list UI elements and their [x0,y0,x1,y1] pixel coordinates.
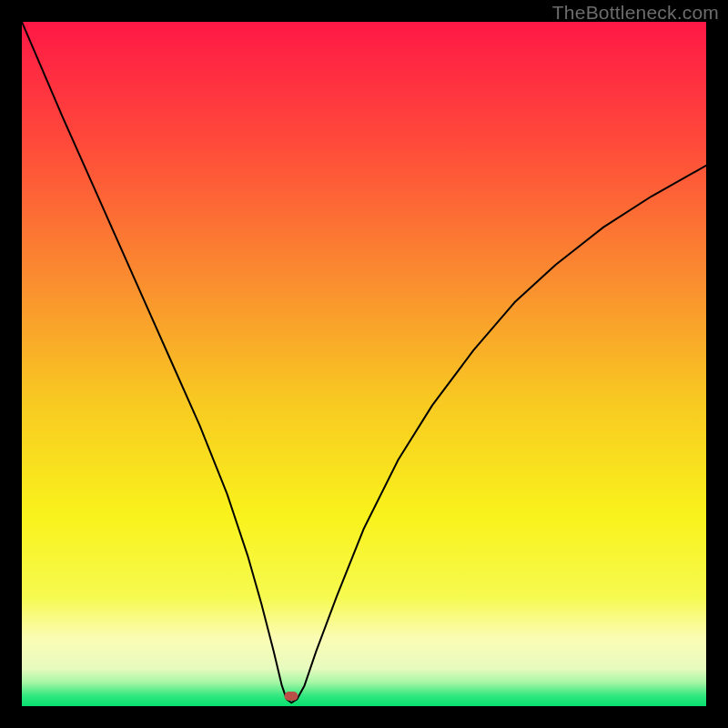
bottleneck-curve [22,22,706,706]
optimal-point-marker [285,692,298,701]
watermark-label: TheBottleneck.com [552,2,719,24]
chart-frame [22,22,706,706]
